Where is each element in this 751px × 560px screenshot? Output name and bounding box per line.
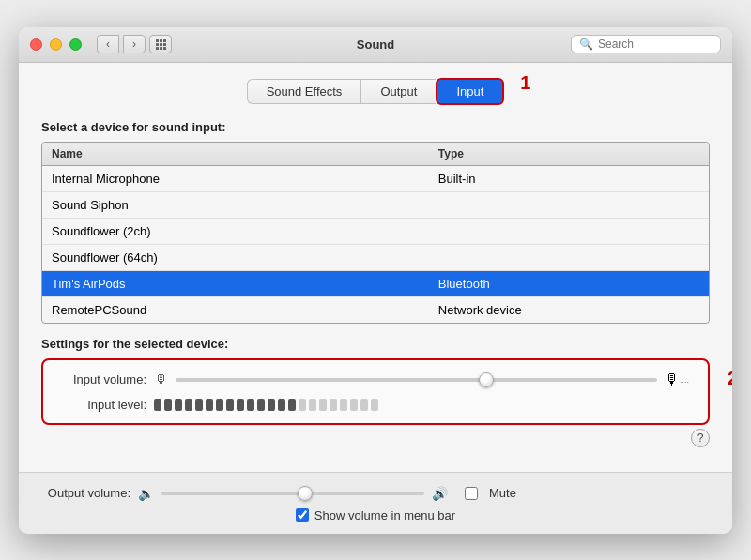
table-header: Name Type: [42, 143, 709, 166]
titlebar: ‹ › Sound 🔍: [19, 27, 732, 63]
annotation-2: 2: [728, 368, 732, 389]
device-name: Soundflower (2ch): [42, 222, 429, 240]
volume-low-icon: 🔈: [138, 486, 154, 501]
show-volume-row: Show volume in menu bar: [41, 505, 710, 524]
device-section-label: Select a device for sound input:: [41, 120, 710, 134]
sound-preferences-window: ‹ › Sound 🔍 Sound Effects Output Input: [19, 27, 732, 534]
level-bar: [206, 399, 213, 411]
device-type-selected: Bluetooth: [429, 275, 709, 293]
mute-label: Mute: [489, 486, 516, 500]
table-row[interactable]: Internal Microphone Built-in: [42, 166, 709, 192]
device-type: Built-in: [429, 170, 709, 188]
grid-button[interactable]: [149, 35, 172, 53]
level-bar: [257, 399, 265, 411]
mute-checkbox[interactable]: [465, 487, 478, 500]
tabs-container: Sound Effects Output Input 1: [41, 78, 710, 105]
col-header-type: Type: [429, 145, 709, 162]
level-bar: [371, 399, 378, 411]
main-content: Sound Effects Output Input 1 Select a de…: [19, 63, 732, 472]
level-bar: [268, 399, 275, 411]
level-bar: [226, 399, 234, 411]
level-bar: [175, 399, 182, 411]
level-bar: [247, 399, 254, 411]
level-bar: [185, 399, 192, 411]
device-name: RemotePCSound: [42, 301, 429, 319]
annotation-1: 1: [520, 72, 530, 94]
maximize-button[interactable]: [69, 38, 82, 51]
nav-buttons: ‹ ›: [97, 35, 146, 53]
level-bar: [309, 399, 316, 411]
tab-input[interactable]: Input: [436, 78, 504, 105]
device-type: [429, 196, 709, 214]
close-button[interactable]: [30, 38, 42, 51]
search-input[interactable]: [598, 38, 713, 51]
device-table: Name Type Internal Microphone Built-in S…: [41, 142, 710, 324]
level-bar: [360, 399, 368, 411]
search-box[interactable]: 🔍: [571, 35, 721, 53]
device-name-selected: Tim's AirPods: [42, 275, 429, 293]
table-row[interactable]: RemotePCSound Network device: [42, 297, 709, 323]
level-bar: [340, 399, 347, 411]
window-title: Sound: [357, 38, 394, 52]
level-bar: [237, 399, 244, 411]
bottom-bar: Output volume: 🔈 🔊 Mute Show volume in m…: [19, 472, 732, 534]
search-icon: 🔍: [579, 38, 593, 51]
device-name: Sound Siphon: [42, 196, 429, 214]
input-level-row: Input level:: [62, 398, 689, 412]
show-volume-label: Show volume in menu bar: [314, 508, 455, 522]
level-bar: [164, 399, 172, 411]
table-row[interactable]: Soundflower (64ch): [42, 245, 709, 271]
device-type: [429, 249, 709, 266]
output-volume-slider[interactable]: [161, 492, 424, 495]
settings-section-label: Settings for the selected device:: [41, 337, 710, 351]
level-bar: [216, 399, 223, 411]
input-level-label: Input level:: [62, 398, 146, 412]
level-bar: [350, 399, 358, 411]
device-type: [429, 222, 709, 240]
tab-output[interactable]: Output: [360, 79, 436, 104]
traffic-lights: [30, 38, 82, 51]
level-bar: [195, 399, 203, 411]
level-bar: [288, 399, 296, 411]
input-volume-label: Input volume:: [62, 372, 146, 386]
col-header-name: Name: [42, 145, 429, 162]
level-bar: [154, 399, 161, 411]
table-row[interactable]: Sound Siphon: [42, 192, 709, 219]
input-volume-row: Input volume: 🎙 🎙····: [62, 371, 689, 388]
level-bar: [330, 399, 337, 411]
settings-container: Input volume: 🎙 🎙···· Input level:: [41, 358, 710, 425]
input-volume-slider[interactable]: [176, 378, 657, 382]
minimize-button[interactable]: [50, 38, 62, 51]
device-name: Internal Microphone: [42, 170, 429, 188]
settings-box: Input volume: 🎙 🎙···· Input level:: [41, 358, 710, 425]
device-type: Network device: [429, 301, 709, 319]
device-name: Soundflower (64ch): [42, 249, 429, 266]
level-bar: [299, 399, 306, 411]
level-bars: [154, 399, 378, 411]
forward-button[interactable]: ›: [123, 35, 146, 53]
table-row-selected[interactable]: Tim's AirPods Bluetooth: [42, 271, 709, 297]
microphone-high-icon: 🎙····: [665, 371, 689, 388]
level-bar: [319, 399, 327, 411]
output-volume-label: Output volume:: [41, 486, 130, 500]
show-volume-checkbox[interactable]: [296, 508, 309, 522]
help-button[interactable]: ?: [691, 429, 710, 447]
microphone-low-icon: 🎙: [154, 371, 168, 387]
tab-sound-effects[interactable]: Sound Effects: [247, 79, 361, 104]
back-button[interactable]: ‹: [97, 35, 119, 53]
volume-high-icon: 🔊: [432, 486, 448, 501]
table-row[interactable]: Soundflower (2ch): [42, 219, 709, 245]
level-bar: [278, 399, 285, 411]
output-volume-row: Output volume: 🔈 🔊 Mute: [41, 482, 710, 505]
